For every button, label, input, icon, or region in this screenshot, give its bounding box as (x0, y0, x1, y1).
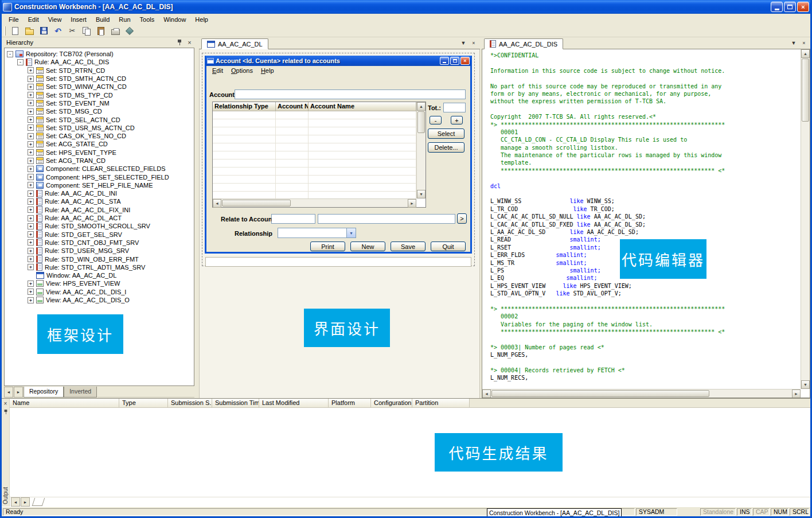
tree-item[interactable]: +View: AA_AC_AC_DL_DIS_I (5, 288, 194, 296)
collapse-toggle[interactable]: - (7, 51, 13, 57)
tree-item[interactable]: -Repository: TCB702 (Personal) (5, 50, 194, 58)
dialog-menu-options[interactable]: Options (227, 67, 257, 75)
output-close-button[interactable]: × (2, 400, 9, 407)
cut-button[interactable] (66, 25, 79, 37)
dialog-title-bar[interactable]: Account <Id. Cuenta> related to accounts… (206, 56, 471, 66)
expand-toggle[interactable]: + (28, 223, 34, 229)
expand-toggle[interactable]: + (28, 141, 34, 147)
scroll-thumb[interactable] (802, 59, 809, 122)
hierarchy-tab-repository[interactable]: Repository (24, 387, 64, 398)
tree-item[interactable]: +Set: HPS_EVENT_TYPE (5, 149, 194, 157)
relate-account-id-input[interactable] (271, 214, 315, 224)
expand-toggle[interactable]: + (28, 67, 34, 73)
tab-scroll-right-button[interactable]: ► (14, 387, 23, 398)
tree-item[interactable]: +Rule: STD_WIN_OBJ_ERR_FMT (5, 255, 194, 263)
tree-item[interactable]: +Component: HPS_SET_SELECTED_FIELD (5, 173, 194, 181)
print-button[interactable] (109, 25, 122, 37)
tab-list-menu-button[interactable]: ▼ (790, 39, 798, 47)
collapse-toggle[interactable]: - (17, 59, 24, 65)
column-header[interactable]: Account N (276, 102, 309, 111)
total-input[interactable] (443, 103, 466, 112)
maximize-button[interactable] (784, 2, 796, 12)
save-button[interactable]: Save (391, 242, 425, 251)
expand-toggle[interactable]: + (28, 108, 34, 115)
expand-toggle[interactable]: + (28, 174, 34, 180)
select-button[interactable]: Select (428, 128, 464, 139)
close-button[interactable]: × (797, 2, 809, 12)
editor-horizontal-scrollbar[interactable]: ◄ ► (482, 389, 801, 398)
tree-item[interactable]: +Set: ACG_TRAN_CD (5, 157, 194, 165)
dialog-menu-help[interactable]: Help (257, 67, 278, 75)
expand-toggle[interactable]: + (28, 231, 34, 237)
expand-toggle[interactable]: + (28, 84, 34, 90)
editor-vertical-scrollbar[interactable]: ▲ ▼ (801, 49, 810, 389)
tab-close-button[interactable]: × (470, 39, 478, 47)
dialog-menu-edit[interactable]: Edit (208, 67, 227, 75)
tree-item[interactable]: +View: HPS_EVENT_VIEW (5, 279, 194, 287)
lookup-button[interactable]: > (457, 213, 467, 224)
tree-item[interactable]: Window: AA_AC_AC_DL (5, 271, 194, 279)
output-tab-marker[interactable] (32, 498, 45, 506)
new-button[interactable] (9, 25, 21, 37)
undo-button[interactable] (52, 25, 64, 37)
tree-item[interactable]: +Set: CAS_OK_YES_NO_CD (5, 132, 194, 140)
build-button[interactable] (123, 25, 136, 37)
column-header[interactable]: Platform (329, 399, 371, 407)
tree-item[interactable]: +Rule: AA_AC_AC_DL_STA (5, 197, 194, 205)
increment-button[interactable]: + (451, 116, 463, 124)
column-header[interactable]: Submission Time (212, 399, 259, 407)
tree-item[interactable]: +Set: STD_RTRN_CD (5, 67, 194, 75)
table-horizontal-scrollbar[interactable]: ◄ ► (213, 198, 416, 207)
tree-item[interactable]: -Rule: AA_AC_AC_DL_DIS (5, 58, 194, 66)
menu-item-insert[interactable]: Insert (66, 14, 91, 25)
code-editor[interactable]: *>CONFIDENTIAL Information in this sourc… (482, 49, 810, 398)
minimize-button[interactable] (771, 2, 783, 12)
tree-item[interactable]: +Set: STD_USR_MS_ACTN_CD (5, 124, 194, 132)
scroll-up-button[interactable]: ▲ (801, 49, 810, 58)
expand-toggle[interactable]: + (28, 190, 34, 197)
tree-item[interactable]: +Set: STD_MS_TYP_CD (5, 91, 194, 99)
tab-list-menu-button[interactable]: ▼ (459, 39, 467, 47)
scroll-right-button[interactable]: ► (408, 199, 416, 208)
expand-toggle[interactable]: + (28, 248, 34, 254)
scroll-thumb[interactable] (222, 200, 291, 207)
output-tab-right-button[interactable]: ► (21, 497, 30, 507)
expand-toggle[interactable]: + (28, 289, 34, 295)
tree-item[interactable]: +Component: CLEAR_SELECTED_FIELDS (5, 165, 194, 173)
tree-item[interactable]: +Rule: STD_GET_SEL_SRV (5, 231, 194, 239)
tab-design[interactable]: AA_AC_AC_DL (201, 38, 268, 49)
column-header[interactable]: Submission S... (168, 399, 212, 407)
column-header[interactable]: Account Name (309, 102, 416, 111)
menu-item-view[interactable]: View (44, 14, 67, 25)
column-header[interactable]: Name (10, 399, 119, 407)
menu-item-help[interactable]: Help (190, 14, 213, 25)
tree-item[interactable]: +Rule: AA_AC_AC_DL_INI (5, 189, 194, 197)
expand-toggle[interactable]: + (28, 124, 34, 131)
relate-account-name-input[interactable] (318, 214, 455, 224)
hierarchy-pin-button[interactable] (175, 38, 184, 46)
new-button[interactable]: New (350, 242, 385, 251)
tree-item[interactable]: +Rule: AA_AC_AC_DL_FIX_INI (5, 206, 194, 214)
tree-item[interactable]: +Rule: AA_AC_AC_DL_ACT (5, 214, 194, 222)
expand-toggle[interactable]: + (28, 207, 34, 213)
copy-button[interactable] (80, 25, 93, 37)
expand-toggle[interactable]: + (28, 264, 34, 270)
save-button[interactable] (37, 25, 50, 37)
column-header[interactable]: Relationship Type (213, 102, 276, 111)
tree-item[interactable]: +Rule: STD_USER_MSG_SRV (5, 247, 194, 255)
expand-toggle[interactable]: + (28, 92, 34, 98)
relationship-dropdown[interactable]: ▼ (278, 228, 356, 238)
toolbar-grip[interactable] (4, 26, 6, 36)
menu-item-build[interactable]: Build (91, 14, 114, 25)
tree-item[interactable]: +Set: STD_SMTH_ACTN_CD (5, 75, 194, 83)
tree-item[interactable]: +Set: STD_WINW_ACTN_CD (5, 83, 194, 91)
column-header[interactable]: Last Modified (259, 399, 329, 407)
dialog-minimize-button[interactable] (440, 57, 449, 65)
tree-item[interactable]: +Rule: STD_CTRL_ADTI_MAS_SRV (5, 263, 194, 271)
scroll-down-button[interactable]: ▼ (417, 190, 425, 198)
expand-toggle[interactable]: + (28, 198, 34, 205)
tree-item[interactable]: +Rule: STD_CNT_OBJ_FMT_SRV (5, 239, 194, 247)
tab-scroll-left-button[interactable]: ◄ (4, 387, 13, 398)
table-vertical-scrollbar[interactable]: ▲ ▼ (416, 102, 425, 198)
scroll-up-button[interactable]: ▲ (417, 102, 425, 111)
